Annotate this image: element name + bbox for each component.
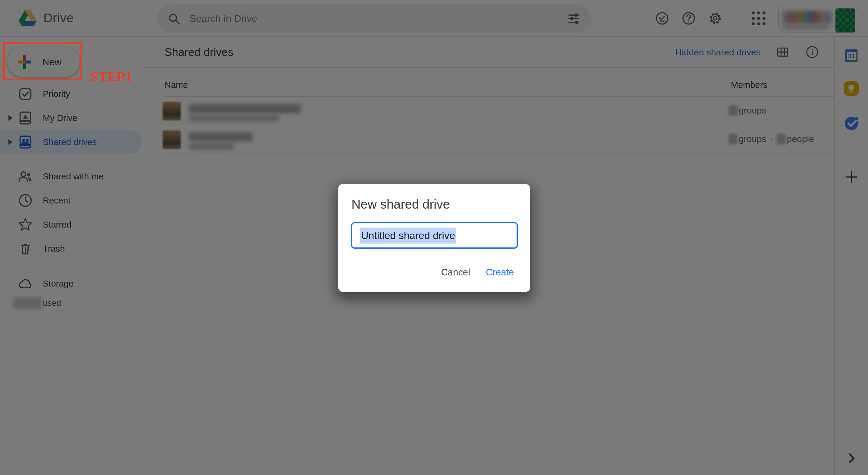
step1-highlight-box	[3, 42, 82, 80]
cancel-button[interactable]: Cancel	[441, 267, 470, 278]
dialog-actions: Cancel Create	[441, 264, 514, 281]
dialog-title: New shared drive	[351, 197, 450, 212]
drive-name-input[interactable]: Untitled shared drive	[351, 222, 518, 249]
create-button[interactable]: Create	[486, 267, 514, 278]
google-drive-app: Drive Search in Drive	[0, 0, 868, 475]
step1-label: STEP1	[90, 69, 133, 84]
new-shared-drive-dialog: New shared drive Untitled shared drive C…	[338, 184, 530, 292]
drive-name-input-value: Untitled shared drive	[360, 228, 456, 243]
